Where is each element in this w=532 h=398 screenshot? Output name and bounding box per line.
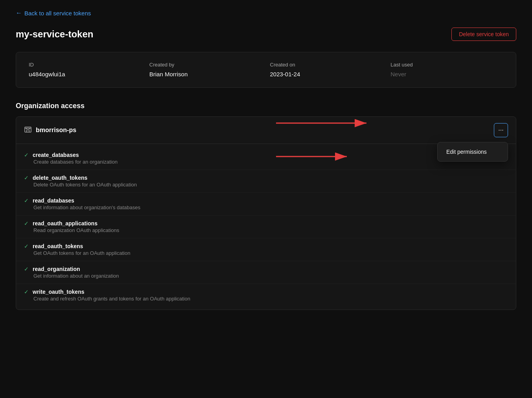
permission-name: delete_oauth_tokens: [33, 175, 87, 181]
token-info-card: ID u484ogwlui1a Created by Brian Morriso…: [16, 52, 516, 88]
permission-name-row: ✓read_databases: [24, 197, 508, 204]
more-menu-container: ··· Edit permissions: [494, 123, 508, 137]
permission-name-row: ✓delete_oauth_tokens: [24, 175, 508, 181]
back-to-tokens-link[interactable]: ← Back to all service tokens: [16, 9, 91, 17]
permission-item: ✓read_organizationGet information about …: [16, 261, 516, 284]
last-used-field: Last used Never: [390, 62, 503, 78]
last-used-label: Last used: [390, 62, 503, 68]
org-header: bmorrison-ps ··· Edit permissions: [16, 117, 516, 144]
check-icon: ✓: [24, 243, 29, 249]
org-icon: [24, 125, 32, 135]
permission-description: Create and refresh OAuth grants and toke…: [33, 296, 508, 302]
permission-name: read_oauth_applications: [33, 220, 98, 227]
permission-name: write_oauth_tokens: [33, 289, 84, 295]
permission-description: Get OAuth tokens for an OAuth applicatio…: [33, 250, 508, 256]
check-icon: ✓: [24, 220, 29, 227]
check-icon: ✓: [24, 175, 29, 181]
permission-name-row: ✓create_databases: [24, 152, 508, 158]
permissions-list: ✓create_databasesCreate databases for an…: [16, 144, 516, 310]
created-on-field: Created on 2023-01-24: [270, 62, 383, 78]
created-on-label: Created on: [270, 62, 383, 68]
last-used-value: Never: [390, 71, 406, 77]
page-title: my-service-token: [16, 29, 93, 40]
permission-description: Create databases for an organization: [33, 159, 508, 165]
back-arrow-icon: ←: [16, 9, 22, 17]
permission-item: ✓read_oauth_applicationsRead organizatio…: [16, 216, 516, 238]
more-options-button[interactable]: ···: [494, 123, 508, 137]
created-by-value: Brian Morrison: [149, 71, 188, 77]
permission-name-row: ✓read_oauth_tokens: [24, 243, 508, 249]
org-access-card: bmorrison-ps ··· Edit permissions: [16, 116, 516, 310]
check-icon: ✓: [24, 266, 29, 272]
permission-item: ✓read_databasesGet information about org…: [16, 193, 516, 216]
org-access-section-title: Organization access: [16, 102, 516, 110]
org-name: bmorrison-ps: [36, 127, 76, 134]
permission-description: Read organization OAuth applications: [33, 227, 508, 233]
permission-name-row: ✓read_oauth_applications: [24, 220, 508, 227]
check-icon: ✓: [24, 197, 29, 204]
permission-item: ✓delete_oauth_tokensDelete OAuth tokens …: [16, 170, 516, 193]
token-id-field: ID u484ogwlui1a: [29, 62, 142, 78]
permission-description: Get information about organization's dat…: [33, 205, 508, 210]
token-id-label: ID: [29, 62, 142, 68]
page-header: my-service-token Delete service token: [16, 28, 516, 41]
permission-name: read_oauth_tokens: [33, 243, 83, 249]
permission-name: read_organization: [33, 266, 80, 272]
permission-description: Get information about an organization: [33, 273, 508, 279]
created-by-label: Created by: [149, 62, 262, 68]
permission-name-row: ✓read_organization: [24, 266, 508, 272]
check-icon: ✓: [24, 152, 29, 158]
permission-name-row: ✓write_oauth_tokens: [24, 289, 508, 295]
permission-description: Delete OAuth tokens for an OAuth applica…: [33, 182, 508, 188]
org-name-row: bmorrison-ps: [24, 125, 76, 135]
created-by-field: Created by Brian Morrison: [149, 62, 262, 78]
created-on-value: 2023-01-24: [270, 71, 300, 77]
delete-service-token-button[interactable]: Delete service token: [451, 28, 516, 41]
ellipsis-icon: ···: [498, 127, 503, 134]
check-icon: ✓: [24, 289, 29, 295]
token-id-value: u484ogwlui1a: [29, 71, 65, 77]
permission-item: ✓read_oauth_tokensGet OAuth tokens for a…: [16, 238, 516, 261]
permission-name: read_databases: [33, 197, 74, 204]
back-link-label: Back to all service tokens: [24, 10, 91, 17]
permission-item: ✓write_oauth_tokensCreate and refresh OA…: [16, 284, 516, 306]
permission-name: create_databases: [33, 152, 79, 158]
permissions-dropdown: Edit permissions: [437, 142, 508, 162]
edit-permissions-item[interactable]: Edit permissions: [440, 145, 505, 159]
